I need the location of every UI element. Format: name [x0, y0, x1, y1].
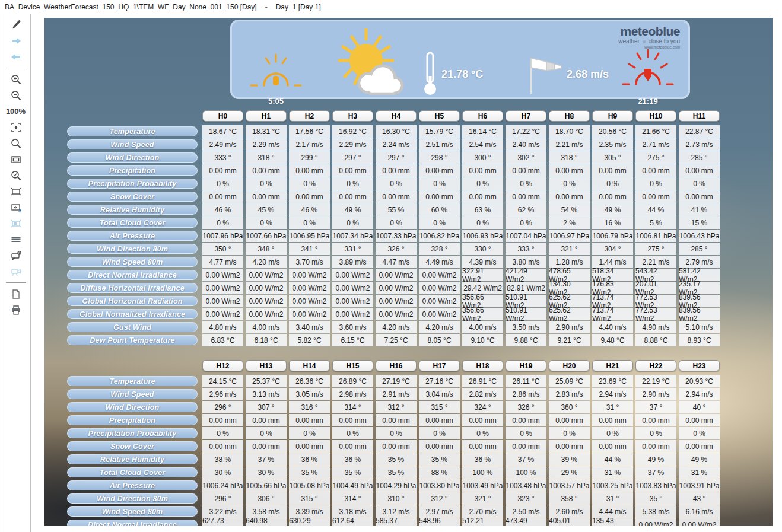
hour-column-header[interactable]: H20 — [549, 360, 590, 371]
value-cell: 35 % — [376, 453, 417, 466]
hour-column-header[interactable]: H6 — [462, 110, 503, 122]
row-label-pill[interactable]: Wind Direction 80m — [67, 493, 198, 504]
value-cell: 285 ° — [679, 151, 720, 164]
row-label-pill[interactable]: Wind Speed — [67, 139, 198, 149]
row-label-pill[interactable]: Global Horizontal Radiation — [67, 296, 198, 306]
hour-column-header[interactable]: H14 — [289, 360, 330, 371]
value-cell: 31 % — [679, 466, 720, 479]
page-setup-icon[interactable] — [1, 286, 30, 302]
hour-column-header[interactable]: H5 — [419, 110, 460, 122]
row-label-pill[interactable]: Precipitation Probability — [67, 179, 198, 189]
camera-icon[interactable] — [1, 263, 30, 279]
value-cell: 300 ° — [462, 151, 503, 164]
hour-column-header[interactable]: H17 — [419, 360, 460, 371]
value-cell: 31 % — [592, 466, 633, 479]
hour-column-header[interactable]: H1 — [246, 110, 287, 122]
row-label-pill[interactable]: Direct Normal Irradiance — [67, 520, 198, 526]
zoom-fit-icon[interactable] — [1, 119, 30, 135]
row-label-pill[interactable]: Snow Cover — [67, 441, 198, 451]
row-label-pill[interactable]: Precipitation — [67, 415, 198, 425]
row-label-pill[interactable]: Total Cloud Cover — [67, 467, 198, 477]
hour-column-header[interactable]: H21 — [592, 360, 633, 371]
hour-column-header[interactable]: H7 — [506, 110, 546, 122]
row-label-pill[interactable]: Wind Direction — [67, 152, 198, 163]
annotate-pen-icon[interactable] — [1, 17, 30, 33]
magnifier-icon[interactable] — [1, 135, 30, 151]
value-cell: 0 % — [506, 216, 546, 229]
hour-column-header[interactable]: H0 — [202, 110, 243, 122]
zoom-out-icon[interactable] — [1, 87, 30, 103]
row-label-pill[interactable]: Dew Point Temperature — [67, 335, 198, 345]
row-label-cell: Wind Direction 80m — [67, 243, 200, 255]
row-label-pill[interactable]: Temperature — [67, 376, 198, 386]
value-cell: 0.00 W/m2 — [289, 308, 330, 320]
hour-column-header[interactable]: H15 — [332, 360, 373, 371]
value-cell: 1006.24 hPa — [202, 479, 243, 492]
value-cell: 38 % — [202, 453, 243, 466]
hour-column-header[interactable]: H13 — [246, 360, 287, 371]
value-cell: 37 % — [635, 466, 676, 479]
row-label-pill[interactable]: Total Cloud Cover — [67, 218, 198, 228]
layers-menu-icon[interactable] — [1, 231, 30, 247]
value-cell: 46 % — [202, 203, 243, 216]
back-arrow-icon[interactable] — [1, 49, 30, 65]
row-label-cell: Wind Speed — [67, 388, 200, 400]
row-label-pill[interactable]: Wind Speed — [67, 389, 198, 399]
select-region-icon[interactable] — [1, 183, 30, 199]
value-cell: 0.00 mm — [592, 414, 633, 426]
hour-column-header[interactable]: H3 — [332, 110, 373, 122]
preview-window-icon[interactable] — [1, 215, 30, 231]
row-label-pill[interactable]: Wind Direction 80m — [67, 244, 198, 254]
zoom-level-label[interactable]: 100% — [1, 103, 30, 119]
zoom-check-icon[interactable] — [1, 167, 30, 183]
row-label-pill[interactable]: Air Pressure — [67, 480, 198, 490]
row-label-pill[interactable]: Snow Cover — [67, 192, 198, 202]
zoom-in-icon[interactable] — [1, 71, 30, 87]
value-cell: 0.00 W/m2 — [332, 308, 373, 320]
row-label-pill[interactable]: Gust Wind — [67, 322, 198, 332]
row-label-pill[interactable]: Air Pressure — [67, 231, 198, 241]
value-cell: 1006.95 hPa — [289, 230, 330, 242]
row-label-pill[interactable]: Wind Speed 80m — [67, 257, 198, 267]
split-view-icon[interactable] — [1, 199, 30, 215]
hour-column-header[interactable]: H18 — [462, 360, 503, 371]
row-label-pill[interactable]: Temperature — [67, 126, 198, 136]
row-label-pill[interactable]: Direct Normal Irradiance — [67, 270, 198, 280]
row-label-pill[interactable]: Wind Speed 80m — [67, 506, 198, 517]
hour-column-header[interactable]: H9 — [592, 110, 633, 122]
value-cell: 1003.48 hPa — [506, 479, 546, 492]
hour-column-header[interactable]: H8 — [549, 110, 590, 122]
hour-column-header[interactable]: H11 — [679, 110, 720, 122]
hour-column-header[interactable]: H12 — [202, 360, 243, 371]
hour-column-header[interactable]: H22 — [635, 360, 676, 371]
row-label-pill[interactable]: Relative Humidity — [67, 205, 198, 215]
row-label-pill[interactable]: Precipitation Probability — [67, 428, 198, 438]
zoom-window-icon[interactable] — [1, 151, 30, 167]
hour-column-header[interactable]: H10 — [635, 110, 676, 122]
hour-column-header[interactable]: H2 — [289, 110, 330, 122]
hour-column-header[interactable]: H16 — [376, 360, 417, 371]
left-toolbar: 100% — [1, 14, 31, 532]
row-label-pill[interactable]: Relative Humidity — [67, 454, 198, 464]
value-cell: 2.94 m/s — [679, 388, 720, 400]
forward-arrow-icon[interactable] — [1, 33, 30, 49]
value-cell: 26.91 °C — [462, 375, 503, 387]
value-cell: 4.20 m/s — [246, 256, 287, 268]
value-cell: 305 ° — [592, 151, 633, 164]
hour-column-header[interactable]: H23 — [679, 360, 720, 371]
value-cell: 1003.49 hPa — [462, 479, 503, 492]
value-cell: 0.00 mm — [506, 414, 546, 426]
comment-icon[interactable] — [1, 247, 30, 263]
row-label-pill[interactable]: Global Normalized Irradiance — [67, 309, 198, 319]
hour-column-header[interactable]: H4 — [376, 110, 417, 122]
row-label-pill[interactable]: Precipitation — [67, 165, 198, 176]
value-cell: 585.37 W/m2 — [376, 518, 417, 526]
row-label-pill[interactable]: Wind Direction — [67, 402, 198, 412]
value-cell: 0 % — [289, 427, 330, 439]
print-icon[interactable] — [1, 302, 30, 318]
value-cell: 2.21 m/s — [549, 138, 590, 151]
value-cell: 358 ° — [549, 492, 590, 505]
value-cell: 31 ° — [592, 401, 633, 413]
row-label-pill[interactable]: Diffuse Horizontal Irradiance — [67, 283, 198, 293]
hour-column-header[interactable]: H19 — [506, 360, 546, 371]
